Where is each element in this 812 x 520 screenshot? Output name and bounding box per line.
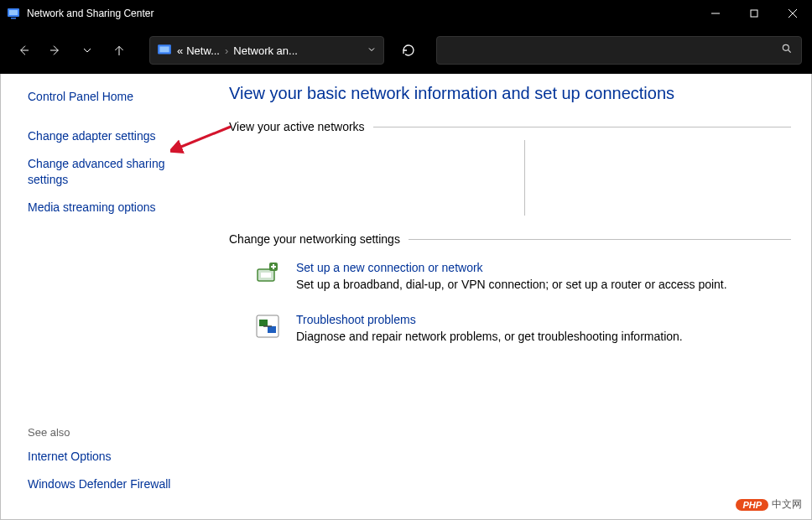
breadcrumb-seg1[interactable]: Netw... (186, 44, 220, 57)
divider (409, 239, 791, 240)
refresh-button[interactable] (394, 36, 423, 65)
minimize-button[interactable] (696, 0, 735, 27)
control-panel-icon (157, 43, 172, 58)
setup-connection-row: Set up a new connection or network Set u… (229, 252, 791, 304)
chevron-down-icon[interactable] (367, 44, 377, 57)
watermark-badge: PHP (736, 499, 768, 511)
content-area: Control Panel Home Change adapter settin… (0, 74, 812, 520)
search-icon (781, 43, 793, 58)
sidebar: Control Panel Home Change adapter settin… (1, 74, 221, 519)
main-panel: View your basic network information and … (221, 74, 811, 519)
media-streaming-link[interactable]: Media streaming options (28, 200, 204, 216)
breadcrumb-prefix: « (177, 44, 183, 57)
see-also-heading: See also (28, 426, 204, 439)
svg-rect-1 (9, 10, 18, 15)
back-button[interactable] (10, 37, 37, 64)
divider (373, 127, 791, 127)
internet-options-link[interactable]: Internet Options (28, 449, 204, 465)
svg-line-13 (789, 50, 791, 53)
title-bar: Network and Sharing Center (0, 0, 812, 27)
address-bar[interactable]: « Netw... › Network an... (149, 36, 384, 65)
chevron-right-icon[interactable]: › (223, 44, 230, 57)
svg-rect-20 (259, 320, 268, 326)
breadcrumb-seg2[interactable]: Network an... (233, 44, 298, 57)
troubleshoot-row: Troubleshoot problems Diagnose and repai… (229, 304, 791, 356)
setup-connection-icon (254, 261, 281, 288)
windows-defender-firewall-link[interactable]: Windows Defender Firewall (28, 476, 204, 492)
active-networks-label: View your active networks (229, 120, 365, 133)
svg-point-12 (783, 44, 789, 50)
control-panel-home-link[interactable]: Control Panel Home (28, 89, 204, 105)
close-button[interactable] (773, 0, 812, 27)
change-settings-heading: Change your networking settings (229, 232, 791, 246)
page-heading: View your basic network information and … (229, 84, 791, 103)
app-icon (7, 7, 20, 20)
maximize-button[interactable] (735, 0, 773, 27)
forward-button[interactable] (42, 37, 69, 64)
svg-rect-2 (11, 18, 16, 19)
active-networks-heading: View your active networks (229, 120, 791, 133)
up-button[interactable] (106, 37, 133, 64)
setup-connection-desc: Set up a broadband, dial-up, or VPN conn… (296, 278, 727, 291)
svg-rect-4 (751, 10, 757, 17)
svg-rect-21 (268, 326, 276, 333)
troubleshoot-link[interactable]: Troubleshoot problems (296, 313, 683, 326)
recent-locations-button[interactable] (74, 37, 101, 64)
watermark: PHP 中文网 (736, 497, 802, 512)
active-networks-box (244, 140, 525, 216)
troubleshoot-icon (254, 313, 281, 340)
setup-connection-link[interactable]: Set up a new connection or network (296, 261, 727, 274)
troubleshoot-desc: Diagnose and repair network problems, or… (296, 330, 683, 343)
window-title: Network and Sharing Center (27, 8, 696, 19)
watermark-text: 中文网 (772, 497, 802, 512)
svg-rect-15 (261, 273, 271, 278)
change-advanced-sharing-link[interactable]: Change advanced sharing settings (28, 156, 204, 188)
change-settings-label: Change your networking settings (229, 232, 400, 246)
search-input[interactable] (436, 36, 802, 65)
toolbar: « Netw... › Network an... (0, 27, 812, 74)
change-adapter-settings-link[interactable]: Change adapter settings (28, 128, 204, 144)
svg-rect-11 (159, 47, 169, 53)
